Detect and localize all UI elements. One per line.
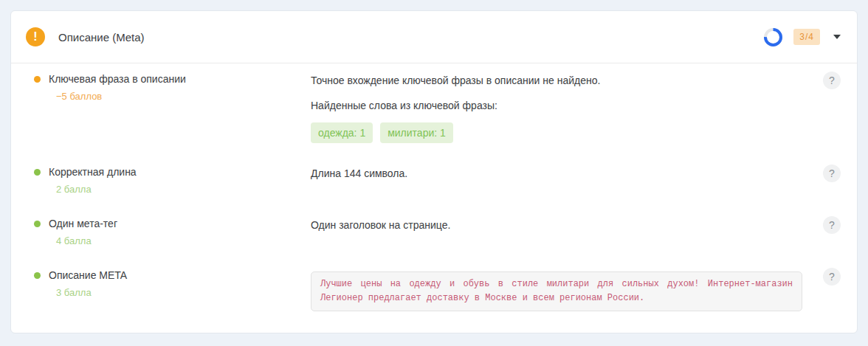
- warning-glyph: !: [33, 30, 37, 44]
- chevron-down-icon[interactable]: [833, 35, 841, 39]
- score-badge: 3/4: [793, 29, 820, 45]
- check-row-help: ?: [823, 218, 841, 234]
- check-row-keyword-phrase: Ключевая фраза в описании −5 баллов Точн…: [11, 73, 857, 143]
- check-points: −5 баллов: [56, 91, 311, 102]
- check-row-correct-length: Корректная длина 2 балла Длина 144 симво…: [11, 166, 857, 195]
- check-row-content: Один заголовок на странице.: [311, 218, 823, 232]
- check-row-help: ?: [823, 166, 841, 182]
- check-row-help: ?: [823, 269, 841, 286]
- status-dot-ok: [34, 169, 41, 176]
- warning-icon: !: [26, 27, 45, 46]
- meta-description-panel: ! Описание (Meta) 3/4 Ключевая фраза в о…: [10, 10, 858, 333]
- help-icon[interactable]: ?: [823, 72, 841, 89]
- keyword-tag: одежда: 1: [311, 122, 373, 143]
- check-points: 2 балла: [56, 184, 311, 195]
- result-text: Найденные слова из ключевой фразы:: [311, 98, 802, 113]
- check-label: Ключевая фраза в описании: [49, 73, 186, 85]
- check-row-content: Точное вхождение ключевой фразы в описан…: [311, 73, 823, 143]
- check-label: Один мета-тег: [49, 218, 117, 229]
- check-points: 3 балла: [56, 287, 311, 298]
- keyword-tags: одежда: 1 милитари: 1: [311, 122, 802, 143]
- check-label: Корректная длина: [49, 166, 137, 178]
- check-row-meta-description: Описание META 3 балла Лучшие цены на оде…: [11, 269, 857, 311]
- help-glyph: ?: [829, 167, 835, 179]
- check-row-single-meta-tag: Один мета-тег 4 балла Один заголовок на …: [11, 218, 857, 246]
- check-row-content: Длина 144 символа.: [311, 166, 823, 181]
- check-label: Описание META: [49, 269, 127, 281]
- check-row-left: Корректная длина 2 балла: [34, 166, 311, 195]
- check-row-content: Лучшие цены на одежду и обувь в стиле ми…: [311, 269, 823, 311]
- panel-title: Описание (Meta): [58, 31, 145, 44]
- status-dot-ok: [34, 221, 41, 227]
- status-dot-warning: [34, 76, 41, 83]
- result-text: Длина 144 символа.: [311, 166, 802, 181]
- check-row-left: Ключевая фраза в описании −5 баллов: [34, 73, 311, 102]
- check-row-help: ?: [823, 73, 841, 89]
- panel-header[interactable]: ! Описание (Meta) 3/4: [11, 11, 857, 63]
- help-icon[interactable]: ?: [823, 268, 841, 286]
- result-text: Один заголовок на странице.: [311, 218, 802, 232]
- header-right-cluster: 3/4: [763, 27, 841, 47]
- check-points: 4 балла: [56, 235, 311, 246]
- help-icon[interactable]: ?: [823, 216, 841, 234]
- meta-description-code: Лучшие цены на одежду и обувь в стиле ми…: [311, 271, 802, 311]
- help-glyph: ?: [829, 219, 835, 231]
- check-row-left: Один мета-тег 4 балла: [34, 218, 311, 246]
- status-dot-ok: [34, 272, 41, 279]
- help-glyph: ?: [829, 75, 835, 86]
- keyword-tag: милитари: 1: [380, 122, 453, 143]
- loading-spinner-icon: [763, 27, 783, 47]
- result-text: Точное вхождение ключевой фразы в описан…: [311, 73, 802, 88]
- help-glyph: ?: [829, 271, 835, 283]
- check-row-left: Описание META 3 балла: [34, 269, 311, 298]
- checks-list: Ключевая фраза в описании −5 баллов Точн…: [11, 63, 857, 311]
- help-icon[interactable]: ?: [823, 165, 841, 182]
